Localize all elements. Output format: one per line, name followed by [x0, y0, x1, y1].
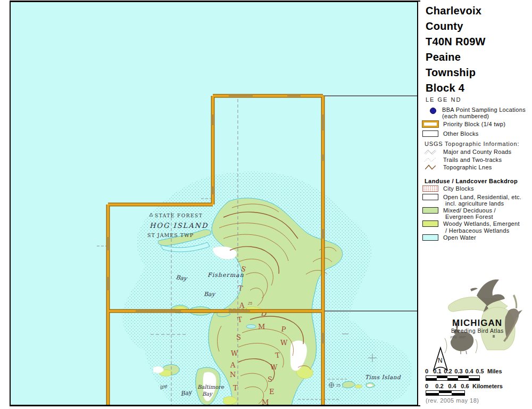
title-line: Charlevoix	[426, 3, 486, 19]
legend-item-other-blocks: Other Blocks	[422, 130, 479, 137]
legend-item-label: Trails and Two-tracks	[443, 157, 502, 163]
bay-south-label: Bay	[204, 291, 216, 298]
road-line-icon	[422, 149, 438, 155]
map-panel: 25 25 S T A T S D M P W T W S E M W A N …	[10, 1, 418, 406]
svg-text:M: M	[258, 323, 265, 331]
legend-item-roads: Major and County Roads	[422, 149, 511, 155]
title-line: Peaine	[426, 50, 486, 65]
benchmark-symbol	[329, 383, 334, 388]
legend-item-open-water: Open Water	[422, 234, 476, 241]
legend-panel: Charlevoix County T40N R09W Peaine Towns…	[420, 0, 532, 409]
legend-item-label: City Blocks	[443, 185, 474, 192]
svg-text:W: W	[270, 363, 278, 371]
legend-item-city-blocks: City Blocks	[422, 185, 474, 192]
forest-swatch	[422, 207, 438, 214]
map-title: Charlevoix County T40N R09W Peaine Towns…	[426, 3, 486, 96]
title-line: County	[426, 19, 486, 34]
legend-item-trails: Trails and Two-tracks	[422, 157, 502, 163]
open-land-label-2: incl. agriculture lands	[445, 200, 504, 207]
svg-text:T: T	[233, 384, 238, 392]
open-land-swatch	[422, 194, 438, 200]
legend-item-label: Major and County Roads	[443, 149, 511, 155]
city-blocks-swatch	[422, 185, 438, 192]
svg-text:W: W	[231, 349, 238, 357]
svg-text:E: E	[269, 388, 275, 396]
topo-line-icon	[422, 164, 438, 170]
usgs-heading: USGS Topographic Information:	[425, 141, 519, 147]
title-line: Block 4	[426, 80, 486, 96]
revision-note: (rev. 2005 may 18)	[426, 397, 479, 404]
fisherman-label: Fisherman	[207, 272, 244, 279]
svg-text:M: M	[262, 398, 269, 406]
hog-island-label: HOG ISLAND	[149, 222, 208, 230]
legend-item-label: Woody Wetlands, Emergent	[443, 220, 520, 227]
svg-text:A: A	[239, 301, 245, 309]
legend-item-label: Topographic Lnes	[443, 164, 492, 170]
baltimore-bay-label: Bay	[202, 391, 213, 397]
tims-island-label: Tims Island	[365, 374, 401, 380]
legend-item-open-land: Open Land, Residential, etc.	[422, 194, 521, 200]
svg-text:S: S	[236, 333, 241, 341]
woody-wetlands-label-2: / Herbaceous Wetlands	[445, 227, 509, 234]
mbba-logo: MICHIGAN Breeding Bird Atlas 2002 - 2007…	[423, 274, 529, 354]
svg-text:A: A	[230, 361, 236, 369]
baltimore-label: Baltimore	[197, 384, 225, 390]
state-forest-label: STATE FOREST	[155, 213, 203, 218]
legend-item-bba-points: BBA Point Sampling Locations (each numbe…	[422, 107, 526, 119]
logo-years: 2002 - 2007	[450, 336, 466, 339]
svg-text:N: N	[230, 371, 236, 379]
sampling-point-icon	[430, 108, 436, 114]
open-water-swatch	[422, 234, 438, 241]
legend-item-label: Priority Block (1/4 twp)	[443, 121, 505, 127]
legend-item-label: Other Blocks	[443, 130, 479, 137]
title-line: T40N R09W	[426, 34, 486, 50]
mixed-forest-label-2: Evergreen Forest	[445, 214, 493, 220]
legend-item-priority-block: Priority Block (1/4 twp)	[422, 121, 505, 127]
legend-item-label: Open Water	[443, 234, 476, 241]
north-label: N	[438, 357, 443, 364]
wetland-swatch	[422, 220, 438, 227]
logo-name: MICHIGAN	[452, 318, 502, 328]
pond	[246, 325, 256, 329]
legend-item-mixed-forest: Mixed/ Deciduous /	[422, 207, 496, 214]
landuse-heading: Landuse / Landcover Backdrop	[425, 178, 518, 184]
contour-label: 25	[247, 301, 252, 305]
title-line: Township	[426, 65, 486, 80]
legend-item-label: Open Land, Residential, etc.	[443, 194, 521, 200]
trail-line-icon	[422, 157, 438, 163]
legend-heading: LE GE ND	[426, 96, 461, 103]
km-bar	[426, 390, 465, 396]
sounding-label: 25	[336, 383, 340, 387]
other-blocks-swatch	[422, 130, 438, 137]
svg-text:S: S	[268, 375, 272, 383]
logo-numeral: II	[493, 334, 495, 338]
legend-item-label: BBA Point Sampling Locations (each numbe…	[442, 107, 526, 119]
st-james-twp-label: ST JAMES TWP	[147, 232, 194, 238]
legend-item-woody-wetlands: Woody Wetlands, Emergent	[422, 220, 520, 227]
svg-text:W: W	[280, 339, 288, 347]
topo-map: 25 25 S T A T S D M P W T W S E M W A N …	[10, 1, 418, 406]
legend-item-topo-lines: Topographic Lnes	[422, 164, 492, 170]
legend-item-label: Mixed/ Deciduous /	[443, 207, 496, 214]
priority-block-swatch	[422, 121, 438, 127]
logo-subtitle: Breeding Bird Atlas	[451, 328, 504, 334]
miles-bar	[426, 375, 480, 381]
